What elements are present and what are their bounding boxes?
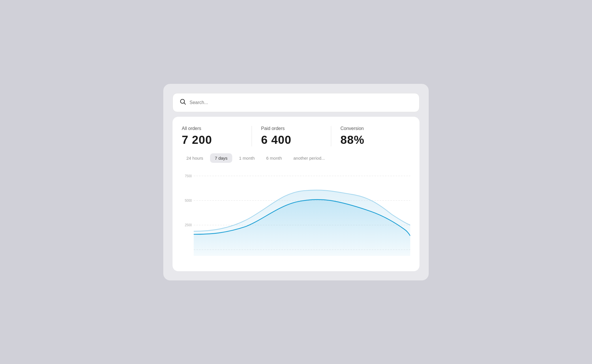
- search-icon: [180, 99, 186, 107]
- filter-6month[interactable]: 6 month: [262, 153, 286, 163]
- svg-text:7500: 7500: [185, 173, 192, 178]
- metric-value-all-orders: 7 200: [182, 133, 242, 146]
- search-input[interactable]: [190, 100, 412, 105]
- metric-label-paid-orders: Paid orders: [261, 126, 322, 131]
- metrics-row: All orders 7 200 Paid orders 6 400 Conve…: [182, 126, 410, 146]
- metric-conversion: Conversion 88%: [331, 126, 410, 146]
- svg-line-1: [184, 103, 186, 104]
- dashboard-card: All orders 7 200 Paid orders 6 400 Conve…: [173, 117, 419, 271]
- time-filters: 24 hours 7 days 1 month 6 month another …: [182, 153, 410, 163]
- metric-value-paid-orders: 6 400: [261, 133, 322, 146]
- chart-svg: 7500 5000 2500: [182, 170, 410, 262]
- metric-value-conversion: 88%: [340, 133, 401, 146]
- svg-text:2500: 2500: [185, 223, 192, 227]
- search-bar: [173, 93, 419, 112]
- metric-label-conversion: Conversion: [340, 126, 401, 131]
- filter-24h[interactable]: 24 hours: [182, 153, 208, 163]
- filter-1month[interactable]: 1 month: [235, 153, 259, 163]
- filter-another-period[interactable]: another period...: [289, 153, 329, 163]
- filter-7days[interactable]: 7 days: [210, 153, 232, 163]
- svg-text:5000: 5000: [185, 198, 192, 203]
- metric-all-orders: All orders 7 200: [182, 126, 252, 146]
- chart-container: 7500 5000 2500: [182, 170, 410, 262]
- metric-label-all-orders: All orders: [182, 126, 242, 131]
- app-container: All orders 7 200 Paid orders 6 400 Conve…: [163, 84, 429, 280]
- metric-paid-orders: Paid orders 6 400: [252, 126, 331, 146]
